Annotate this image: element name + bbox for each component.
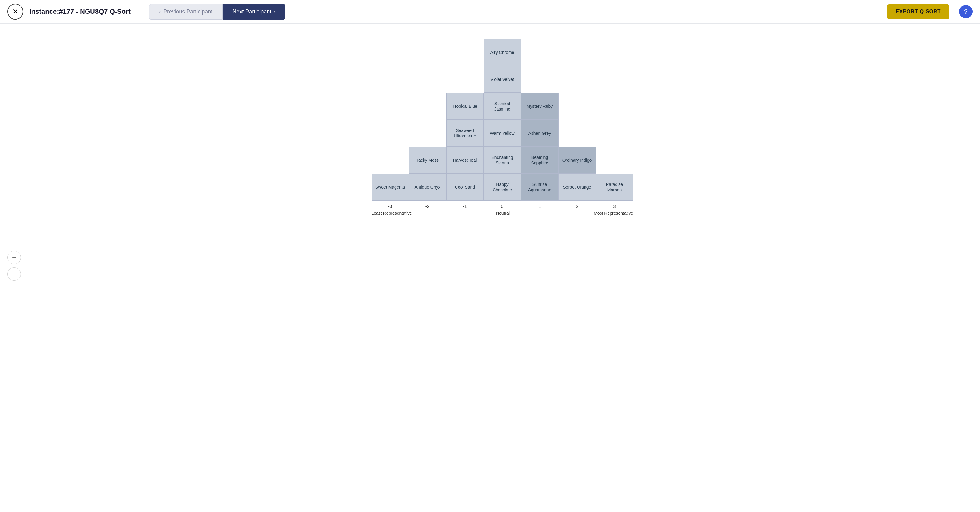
pyramid-row: Seaweed UltramarineWarm YellowAshen Grey [372, 120, 633, 147]
close-button[interactable]: ✕ [7, 4, 23, 20]
pyramid-row: Tropical BlueScented JasmineMystery Ruby [372, 93, 633, 120]
prev-label: Previous Participant [163, 9, 212, 15]
qsort-cell: Violet Velvet [484, 66, 521, 93]
help-button[interactable]: ? [959, 5, 973, 18]
qsort-cell: Sweet Magenta [372, 174, 409, 201]
qsort-cell: Enchanting Sienna [484, 147, 521, 174]
axis-number: 2 [558, 204, 596, 209]
axis-number: -1 [446, 204, 484, 209]
qsort-cell: Seaweed Ultramarine [446, 120, 484, 147]
axis-number: 3 [596, 204, 633, 209]
next-label: Next Participant [232, 9, 271, 15]
axis-label-container: Least Representative Neutral Most Repres… [372, 211, 633, 216]
qsort-cell: Scented Jasmine [484, 93, 521, 120]
nav-buttons: ‹ Previous Participant Next Participant … [149, 4, 285, 20]
zoom-in-button[interactable]: + [7, 251, 21, 264]
axis-number: 1 [521, 204, 558, 209]
qsort-cell: Paradise Maroon [596, 174, 633, 201]
qsort-cell: Ordinary Indigo [558, 147, 596, 174]
qsort-container: Airy ChromeViolet VelvetTropical BlueSce… [0, 30, 980, 216]
qsort-cell: Antique Onyx [409, 174, 446, 201]
next-participant-button[interactable]: Next Participant › [223, 4, 285, 20]
axis-number: -2 [409, 204, 446, 209]
pyramid-row: Violet Velvet [372, 66, 633, 93]
qsort-cell: Airy Chrome [484, 39, 521, 66]
qsort-cell: Harvest Teal [446, 147, 484, 174]
qsort-cell: Sorbet Orange [558, 174, 596, 201]
axis-number: -3 [372, 204, 409, 209]
header: ✕ Instance:#177 - NGU8Q7 Q-Sort ‹ Previo… [0, 0, 980, 24]
axis-number: 0 [484, 204, 521, 209]
qsort-cell: Mystery Ruby [521, 93, 558, 120]
qsort-cell: Beaming Sapphire [521, 147, 558, 174]
pyramid-row: Airy Chrome [372, 39, 633, 66]
qsort-cell: Cool Sand [446, 174, 484, 201]
export-qsort-button[interactable]: EXPORT Q-SORT [887, 4, 949, 19]
qsort-cell: Happy Chocolate [484, 174, 521, 201]
qsort-cell: Sunrise Aquamarine [521, 174, 558, 201]
axis-label-neutral: Neutral [496, 211, 510, 216]
axis-numbers: -3-2-10123 [372, 204, 633, 209]
pyramid-row: Sweet MagentaAntique OnyxCool SandHappy … [372, 174, 633, 201]
pyramid-grid: Airy ChromeViolet VelvetTropical BlueSce… [372, 39, 633, 201]
axis-label-most: Most Representative [594, 211, 633, 216]
chevron-left-icon: ‹ [159, 9, 161, 15]
qsort-cell: Tacky Moss [409, 147, 446, 174]
chevron-right-icon: › [274, 9, 275, 15]
zoom-out-button[interactable]: − [7, 267, 21, 281]
instance-title: Instance:#177 - NGU8Q7 Q-Sort [29, 8, 130, 16]
main-content: + − Airy ChromeViolet VelvetTropical Blu… [0, 24, 980, 508]
pyramid-row: Tacky MossHarvest TealEnchanting SiennaB… [372, 147, 633, 174]
close-icon: ✕ [13, 8, 18, 16]
axis-label-least: Least Representative [372, 211, 412, 216]
zoom-controls: + − [7, 251, 21, 281]
qsort-cell: Warm Yellow [484, 120, 521, 147]
qsort-cell: Ashen Grey [521, 120, 558, 147]
prev-participant-button[interactable]: ‹ Previous Participant [149, 4, 223, 20]
qsort-cell: Tropical Blue [446, 93, 484, 120]
